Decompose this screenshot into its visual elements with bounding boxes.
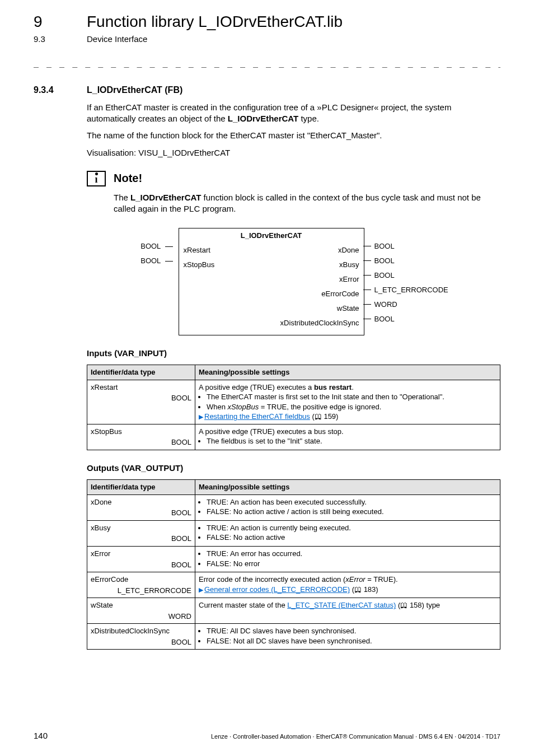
data-type: WORD: [91, 612, 191, 622]
fb-input-type: BOOL: [140, 256, 161, 265]
fb-output-name: xDistributedClockInSync: [280, 318, 359, 328]
page-ref: (🕮 158): [396, 601, 424, 609]
fb-output-type: WORD: [374, 300, 397, 310]
etc-state-link[interactable]: L_ETC_STATE (EtherCAT status): [287, 601, 396, 609]
table-row: xStopBus BOOL A positive edge (TRUE) exe…: [87, 424, 500, 450]
fb-output-type: BOOL: [374, 314, 395, 324]
section-number-header: 9.3: [34, 34, 87, 45]
fb-input-type: BOOL: [140, 242, 161, 250]
data-type: BOOL: [91, 508, 191, 518]
table-row: xBusyBOOL TRUE: An action is currently b…: [87, 520, 500, 546]
list-item: FALSE: No error: [207, 559, 496, 569]
intro-paragraph-3: Visualisation: VISU_L_IODrvEtherCAT: [87, 147, 500, 158]
list-item: When xStopBus = TRUE, the positive edge …: [207, 402, 496, 412]
link-arrow-icon: ▶: [199, 413, 203, 420]
header-divider: _ _ _ _ _ _ _ _ _ _ _ _ _ _ _ _ _ _ _ _ …: [34, 57, 500, 68]
identifier: xDistributedClockInSync: [91, 627, 170, 635]
fb-output-name: wState: [337, 304, 359, 314]
table-row: eErrorCodeL_ETC_ERRORCODE Error code of …: [87, 572, 500, 598]
list-item: TRUE: An error has occurred.: [207, 549, 496, 559]
fb-output-type: BOOL: [374, 256, 395, 266]
data-type: BOOL: [91, 393, 191, 403]
info-icon: ı: [87, 171, 106, 186]
identifier: xDone: [91, 498, 112, 506]
data-type: BOOL: [91, 534, 191, 544]
section-title-header: Device Interface: [87, 34, 147, 45]
inputs-table: Identifier/data type Meaning/possible se…: [87, 365, 500, 450]
table-row: xDistributedClockInSyncBOOL TRUE: All DC…: [87, 624, 500, 650]
outputs-heading: Outputs (VAR_OUTPUT): [87, 463, 500, 474]
list-item: TRUE: An action is currently being execu…: [207, 523, 496, 533]
fb-output-name: eErrorCode: [321, 289, 359, 299]
fb-output-type: L_ETC_ERRORCODE: [374, 285, 448, 295]
identifier: xError: [91, 549, 110, 558]
list-item: The fieldbus is set to the "Init" state.: [207, 436, 496, 446]
restart-fieldbus-link[interactable]: Restarting the EtherCAT fieldbus: [204, 412, 310, 421]
note-body: The L_IODrvEtherCAT function block is ca…: [114, 192, 500, 215]
table-header: Identifier/data type: [87, 365, 195, 380]
fb-title: L_IODrvEtherCAT: [179, 228, 364, 243]
table-row: wStateWORD Current master state of the L…: [87, 598, 500, 624]
inputs-heading: Inputs (VAR_INPUT): [87, 348, 500, 359]
outputs-table: Identifier/data type Meaning/possible se…: [87, 479, 500, 650]
error-codes-link[interactable]: General error codes (L_ETC_ERRORCODE): [204, 585, 350, 594]
table-header: Meaning/possible settings: [195, 480, 500, 495]
fb-output-name: xError: [339, 274, 359, 284]
list-item: TRUE: An action has been executed succes…: [207, 497, 496, 507]
chapter-number: 9: [34, 11, 87, 32]
data-type: L_ETC_ERRORCODE: [91, 586, 191, 596]
list-item: FALSE: No action active: [207, 533, 496, 543]
fb-input-name: xStopBus: [184, 260, 215, 270]
identifier: xBusy: [91, 524, 110, 532]
table-row: xRestart BOOL A positive edge (TRUE) exe…: [87, 380, 500, 424]
list-item: FALSE: No action active / action is stil…: [207, 507, 496, 517]
fb-output-name: xBusy: [339, 260, 359, 270]
identifier: wState: [91, 601, 113, 609]
fb-input-name: xRestart: [184, 245, 210, 255]
list-item: FALSE: Not all DC slaves have been synch…: [207, 636, 496, 646]
function-block-diagram: L_IODrvEtherCAT xRestart xDone xStopBus …: [120, 228, 467, 335]
table-row: xErrorBOOL TRUE: An error has occurred. …: [87, 547, 500, 572]
subsection-title: L_IODrvEtherCAT (FB): [87, 84, 182, 96]
chapter-title: Function library L_IODrvEtherCAT.lib: [87, 11, 343, 32]
subsection-number: 9.3.4: [34, 84, 87, 96]
identifier: eErrorCode: [91, 575, 128, 584]
note-label: Note!: [114, 171, 142, 186]
identifier: xRestart: [91, 383, 118, 391]
table-header: Meaning/possible settings: [195, 365, 500, 380]
fb-output-type: BOOL: [374, 270, 395, 281]
table-header: Identifier/data type: [87, 480, 195, 495]
intro-paragraph-1: If an EtherCAT master is created in the …: [87, 102, 500, 125]
data-type: BOOL: [91, 637, 191, 647]
list-item: TRUE: All DC slaves have been synchronis…: [207, 626, 496, 636]
page-ref: (🕮 159): [310, 412, 339, 421]
identifier: xStopBus: [91, 427, 122, 436]
page-number: 140: [34, 730, 48, 741]
link-arrow-icon: ▶: [199, 586, 203, 593]
table-row: xDoneBOOL TRUE: An action has been execu…: [87, 494, 500, 520]
list-item: The EtherCAT master is first set to the …: [207, 392, 496, 402]
data-type: BOOL: [91, 437, 191, 447]
data-type: BOOL: [91, 560, 191, 570]
intro-paragraph-2: The name of the function block for the E…: [87, 130, 500, 141]
page-ref: (🕮 183): [350, 585, 378, 594]
fb-output-name: xDone: [338, 245, 359, 255]
fb-output-type: BOOL: [374, 241, 395, 251]
footer-text: Lenze · Controller-based Automation · Et…: [211, 732, 500, 741]
